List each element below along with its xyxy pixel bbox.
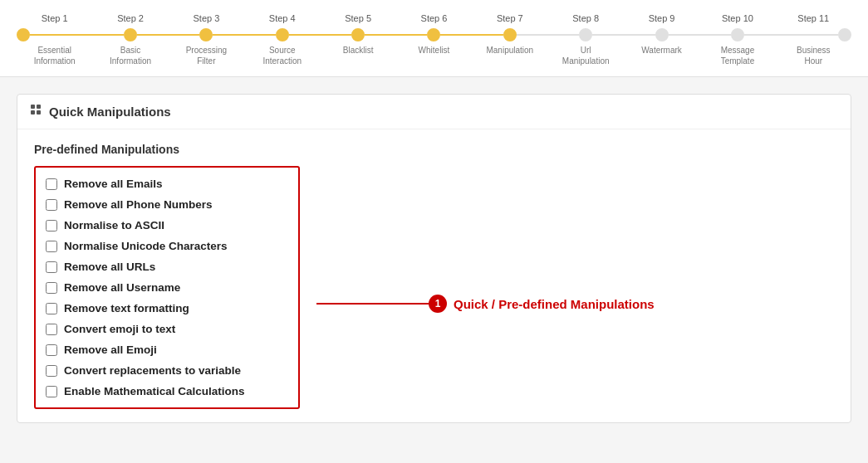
step-row-3 — [169, 28, 244, 41]
checkbox-label-10[interactable]: Enable Mathematical Calculations — [64, 385, 245, 397]
checkbox-label-5[interactable]: Remove all Username — [64, 281, 180, 294]
checkbox-item: Enable Mathematical Calculations — [44, 382, 290, 401]
step-label-10: Step 10 — [722, 13, 753, 23]
checkbox-item: Remove all Username — [44, 278, 290, 297]
panel-header: Quick Manipulations — [17, 95, 851, 129]
checkbox-5[interactable] — [46, 282, 57, 294]
checkbox-list: Remove all EmailsRemove all Phone Number… — [34, 166, 300, 409]
annotation-line — [316, 303, 429, 305]
checkbox-label-4[interactable]: Remove all URLs — [64, 261, 155, 273]
checkbox-label-6[interactable]: Remove text formatting — [64, 302, 189, 314]
step-line-after-10 — [744, 34, 776, 36]
checkbox-0[interactable] — [46, 178, 57, 190]
step-row-10 — [699, 28, 775, 41]
step-line-before-4 — [244, 34, 276, 36]
step-item-9[interactable]: Step 9Watermark — [624, 13, 699, 56]
step-label-5: Step 5 — [345, 13, 371, 23]
body-layout: Remove all EmailsRemove all Phone Number… — [34, 166, 834, 409]
step-line-after-3 — [213, 34, 244, 36]
step-circle-2 — [124, 28, 137, 41]
checkbox-4[interactable] — [46, 261, 57, 273]
step-circle-4 — [276, 28, 289, 41]
step-item-6[interactable]: Step 6Whitelist — [396, 13, 472, 56]
step-line-before-8 — [548, 34, 580, 36]
step-sublabel-5: Blacklist — [343, 45, 374, 56]
svg-rect-2 — [31, 110, 35, 115]
checkbox-item: Remove all Emails — [44, 174, 290, 193]
svg-rect-3 — [37, 110, 41, 115]
checkbox-label-9[interactable]: Convert replacements to variable — [64, 364, 241, 377]
step-line-after-9 — [669, 34, 700, 36]
step-row-4 — [244, 28, 320, 41]
step-sublabel-7: Manipulation — [486, 45, 533, 56]
stepper-container: Step 1Essential InformationStep 2Basic I… — [0, 0, 868, 77]
checkbox-7[interactable] — [46, 324, 57, 335]
step-sublabel-6: Whitelist — [419, 45, 450, 56]
step-row-1 — [17, 28, 92, 41]
step-line-before-11 — [776, 34, 838, 36]
checkbox-2[interactable] — [46, 220, 57, 232]
step-line-after-6 — [440, 34, 472, 36]
checkbox-item: Convert replacements to variable — [44, 361, 290, 380]
step-sublabel-4: Source Interaction — [262, 45, 302, 66]
step-sublabel-1: Essential Information — [34, 45, 76, 66]
step-item-2[interactable]: Step 2Basic Information — [92, 13, 168, 66]
checkbox-8[interactable] — [46, 344, 57, 356]
step-item-3[interactable]: Step 3Processing Filter — [169, 13, 244, 66]
step-circle-1 — [17, 28, 30, 41]
step-item-7[interactable]: Step 7Manipulation — [472, 13, 547, 56]
step-line-before-9 — [624, 34, 655, 36]
step-circle-5 — [351, 28, 365, 41]
step-item-1[interactable]: Step 1Essential Information — [17, 13, 92, 66]
annotation-badge: 1 — [429, 295, 447, 313]
step-line-before-10 — [699, 34, 731, 36]
step-line-after-4 — [289, 34, 321, 36]
step-label-8: Step 8 — [572, 13, 599, 23]
step-item-5[interactable]: Step 5Blacklist — [320, 13, 395, 56]
checkbox-label-1[interactable]: Remove all Phone Numbers — [64, 198, 213, 211]
step-sublabel-9: Watermark — [641, 45, 682, 56]
main-content: Quick Manipulations Pre-defined Manipula… — [0, 77, 868, 440]
step-sublabel-10: Message Template — [721, 45, 755, 66]
checkbox-label-7[interactable]: Convert emoji to text — [64, 323, 175, 335]
step-item-4[interactable]: Step 4Source Interaction — [244, 13, 320, 66]
step-row-11 — [776, 28, 851, 41]
panel-body: Pre-defined Manipulations Remove all Ema… — [17, 129, 851, 422]
svg-rect-0 — [31, 105, 35, 109]
step-item-10[interactable]: Step 10Message Template — [699, 13, 775, 66]
step-label-4: Step 4 — [269, 13, 296, 23]
stepper: Step 1Essential InformationStep 2Basic I… — [0, 13, 868, 66]
checkbox-label-8[interactable]: Remove all Emoji — [64, 344, 157, 356]
step-row-9 — [624, 28, 699, 41]
step-item-11[interactable]: Step 11Business Hour — [776, 13, 851, 66]
checkbox-item: Convert emoji to text — [44, 319, 290, 339]
quick-manipulations-panel: Quick Manipulations Pre-defined Manipula… — [17, 94, 851, 423]
step-circle-10 — [731, 28, 744, 41]
checkbox-item: Remove text formatting — [44, 299, 290, 318]
step-item-8[interactable]: Step 8Url Manipulation — [548, 13, 624, 66]
panel-title: Quick Manipulations — [49, 105, 171, 119]
annotation-area: 1 Quick / Pre-defined Manipulations — [316, 295, 655, 313]
checkbox-9[interactable] — [46, 365, 57, 377]
checkbox-label-3[interactable]: Normalise Unicode Characters — [64, 240, 228, 252]
checkbox-10[interactable] — [46, 386, 57, 397]
checkbox-3[interactable] — [46, 241, 57, 252]
step-sublabel-8: Url Manipulation — [562, 45, 610, 66]
step-line-before-3 — [169, 34, 200, 36]
step-line-after-5 — [365, 34, 396, 36]
checkbox-item: Remove all Emoji — [44, 340, 290, 359]
checkbox-6[interactable] — [46, 303, 57, 314]
left-section: Remove all EmailsRemove all Phone Number… — [34, 166, 316, 409]
step-line-after-1 — [30, 34, 92, 36]
checkbox-item: Remove all URLs — [44, 257, 290, 276]
step-label-6: Step 6 — [421, 13, 448, 23]
checkbox-label-0[interactable]: Remove all Emails — [64, 178, 163, 190]
step-label-11: Step 11 — [797, 13, 829, 23]
checkbox-1[interactable] — [46, 199, 57, 211]
step-circle-3 — [199, 28, 213, 41]
step-row-6 — [396, 28, 472, 41]
step-line-after-7 — [517, 34, 548, 36]
checkbox-item: Normalise to ASCII — [44, 216, 290, 235]
checkbox-label-2[interactable]: Normalise to ASCII — [64, 219, 164, 232]
step-circle-8 — [579, 28, 592, 41]
